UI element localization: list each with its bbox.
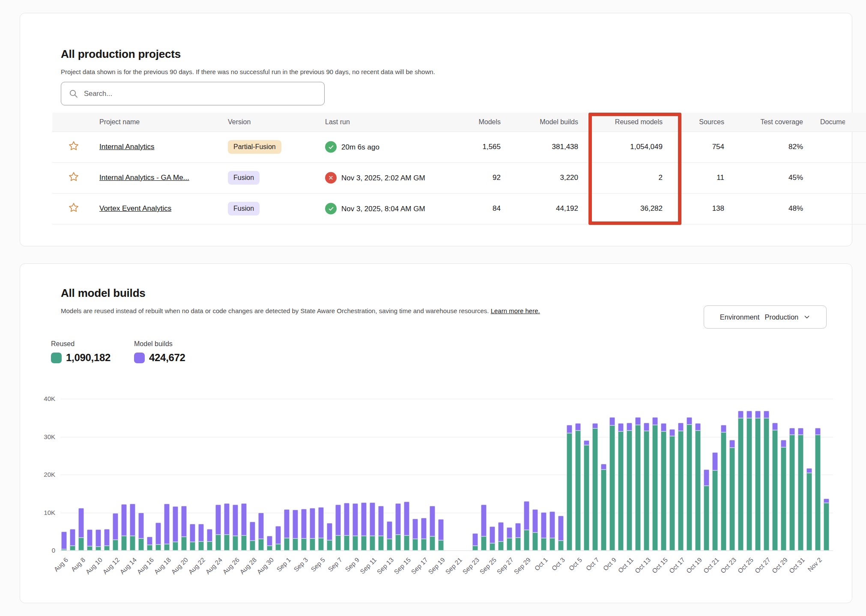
bar-segment-reused[interactable]: [815, 435, 821, 550]
bar-segment-model-builds[interactable]: [78, 508, 84, 538]
bar-segment-model-builds[interactable]: [558, 516, 564, 541]
bar-segment-reused[interactable]: [772, 430, 778, 550]
bar-segment-model-builds[interactable]: [404, 502, 409, 535]
bar-segment-model-builds[interactable]: [87, 529, 93, 546]
bar-segment-reused[interactable]: [301, 538, 307, 550]
bar-segment-reused[interactable]: [524, 530, 529, 550]
bar-segment-model-builds[interactable]: [635, 417, 641, 425]
bar-segment-model-builds[interactable]: [652, 417, 658, 425]
bar-segment-model-builds[interactable]: [507, 527, 512, 538]
bar-segment-model-builds[interactable]: [764, 411, 769, 419]
bar-segment-reused[interactable]: [498, 541, 504, 550]
bar-segment-reused[interactable]: [310, 538, 315, 550]
bar-segment-reused[interactable]: [258, 539, 264, 550]
bar-segment-reused[interactable]: [155, 544, 161, 550]
bar-segment-reused[interactable]: [87, 546, 93, 550]
bar-segment-model-builds[interactable]: [412, 519, 418, 539]
bar-segment-model-builds[interactable]: [772, 423, 778, 430]
bar-segment-model-builds[interactable]: [438, 519, 444, 541]
bar-segment-model-builds[interactable]: [61, 532, 67, 550]
bar-segment-reused[interactable]: [318, 538, 324, 550]
bar-segment-model-builds[interactable]: [96, 529, 101, 547]
bar-segment-reused[interactable]: [78, 538, 84, 550]
bar-segment-reused[interactable]: [592, 428, 598, 550]
favorite-star-icon[interactable]: [68, 171, 79, 185]
bar-segment-reused[interactable]: [267, 546, 272, 550]
bar-segment-model-builds[interactable]: [678, 423, 684, 431]
bar-segment-model-builds[interactable]: [669, 429, 675, 436]
bar-segment-model-builds[interactable]: [181, 506, 187, 537]
bar-segment-reused[interactable]: [130, 536, 135, 550]
bar-segment-reused[interactable]: [644, 431, 649, 550]
bar-segment-reused[interactable]: [370, 536, 375, 550]
bar-segment-reused[interactable]: [395, 535, 401, 550]
bar-segment-model-builds[interactable]: [190, 524, 195, 542]
bar-segment-reused[interactable]: [61, 549, 67, 550]
bar-segment-model-builds[interactable]: [549, 511, 555, 538]
bar-segment-reused[interactable]: [738, 418, 744, 550]
bar-segment-reused[interactable]: [344, 535, 349, 550]
bar-segment-reused[interactable]: [250, 541, 255, 550]
bar-segment-reused[interactable]: [327, 540, 332, 550]
bar-segment-model-builds[interactable]: [344, 503, 349, 535]
bar-segment-reused[interactable]: [138, 538, 144, 550]
bar-segment-model-builds[interactable]: [198, 524, 204, 541]
project-link[interactable]: Vortex Event Analytics: [99, 204, 171, 212]
bar-segment-reused[interactable]: [721, 432, 726, 550]
bar-segment-reused[interactable]: [541, 538, 546, 550]
bar-segment-model-builds[interactable]: [806, 468, 812, 473]
favorite-star-icon[interactable]: [68, 141, 79, 154]
bar-segment-model-builds[interactable]: [695, 423, 701, 431]
bar-segment-model-builds[interactable]: [729, 440, 735, 448]
bar-segment-model-builds[interactable]: [515, 523, 521, 538]
bar-segment-reused[interactable]: [430, 536, 435, 550]
bar-segment-model-builds[interactable]: [267, 536, 272, 546]
favorite-star-icon[interactable]: [68, 202, 79, 215]
bar-segment-reused[interactable]: [198, 541, 204, 550]
bar-segment-reused[interactable]: [241, 535, 247, 550]
bar-segment-model-builds[interactable]: [472, 533, 478, 545]
bar-segment-model-builds[interactable]: [258, 513, 264, 538]
bar-segment-model-builds[interactable]: [721, 425, 726, 433]
bar-segment-model-builds[interactable]: [104, 529, 110, 546]
bar-segment-model-builds[interactable]: [275, 526, 281, 544]
bar-segment-reused[interactable]: [669, 436, 675, 550]
bar-segment-reused[interactable]: [704, 486, 709, 550]
bar-segment-reused[interactable]: [293, 538, 298, 550]
bar-segment-reused[interactable]: [412, 539, 418, 550]
bar-segment-reused[interactable]: [361, 536, 367, 550]
bar-segment-reused[interactable]: [567, 433, 572, 550]
bar-segment-model-builds[interactable]: [70, 529, 75, 546]
bar-segment-reused[interactable]: [181, 537, 187, 550]
bar-segment-reused[interactable]: [481, 536, 487, 550]
bar-segment-reused[interactable]: [164, 544, 170, 550]
bar-segment-reused[interactable]: [190, 542, 195, 550]
bar-segment-reused[interactable]: [96, 547, 101, 550]
bar-segment-model-builds[interactable]: [789, 428, 795, 435]
bar-segment-reused[interactable]: [404, 535, 409, 550]
project-link[interactable]: Internal Analytics: [99, 143, 155, 151]
bar-segment-reused[interactable]: [532, 532, 538, 550]
bar-segment-model-builds[interactable]: [113, 513, 118, 540]
bar-segment-model-builds[interactable]: [215, 505, 221, 535]
bar-segment-model-builds[interactable]: [293, 510, 298, 538]
bar-segment-reused[interactable]: [121, 536, 127, 550]
project-link[interactable]: Internal Analytics - GA Me...: [99, 173, 189, 182]
bar-segment-reused[interactable]: [215, 535, 221, 550]
bar-segment-model-builds[interactable]: [130, 504, 135, 535]
bar-segment-reused[interactable]: [609, 425, 615, 550]
bar-segment-reused[interactable]: [515, 538, 521, 550]
bar-segment-model-builds[interactable]: [627, 423, 632, 431]
bar-segment-reused[interactable]: [575, 431, 581, 550]
bar-segment-model-builds[interactable]: [704, 469, 709, 486]
bar-segment-model-builds[interactable]: [532, 509, 538, 532]
bar-segment-reused[interactable]: [207, 541, 212, 550]
bar-segment-reused[interactable]: [70, 546, 75, 550]
bar-segment-reused[interactable]: [729, 448, 735, 550]
bar-segment-reused[interactable]: [747, 418, 752, 550]
bar-segment-reused[interactable]: [387, 539, 392, 550]
bar-segment-model-builds[interactable]: [378, 506, 384, 536]
bar-segment-model-builds[interactable]: [755, 411, 761, 419]
bar-segment-model-builds[interactable]: [490, 526, 495, 543]
bar-segment-model-builds[interactable]: [138, 513, 144, 538]
